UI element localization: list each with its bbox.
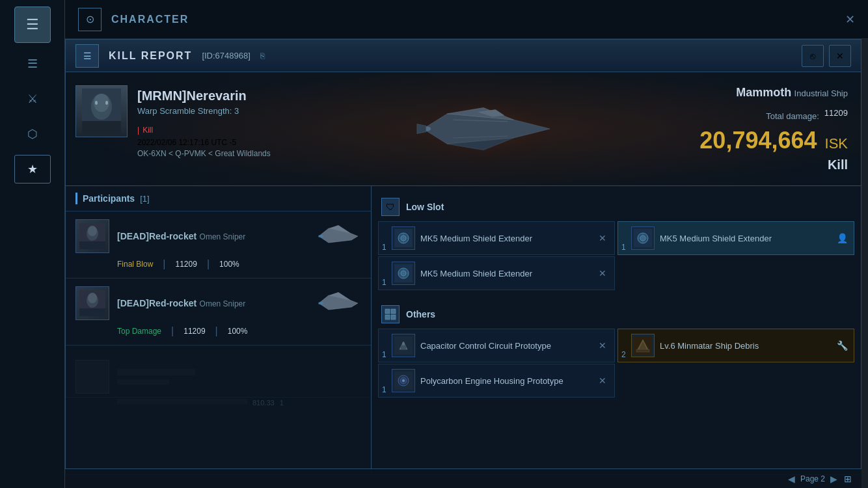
module-icon [392,369,415,392]
sidebar-item-shield[interactable]: ⬡ [14,120,51,148]
outer-close-button[interactable]: ✕ [845,12,855,27]
export-button[interactable]: ⎋ [802,45,824,67]
character-title: CHARACTER [111,14,189,25]
next-page-button[interactable]: ▶ [830,474,837,484]
player-name: [MRMN]Nerevarin [137,88,271,103]
stat-percent: 100% [228,327,248,336]
participants-title: Participants [83,193,135,204]
module-action-wrench[interactable]: 🔧 [835,339,848,352]
sword-icon: ⚔ [27,92,38,106]
participant-info: [DEAD]Red-rocket Omen Sniper [117,230,308,242]
module-icon [631,226,655,250]
participant-ship-icon [316,222,361,251]
low-slot-title: Low Slot [406,202,444,212]
player-sub: Warp Scramble Strength: 3 [137,106,271,116]
module-qty: 1 [382,278,387,287]
participant-stats: Top Damage | 11209 | 100% [75,325,361,337]
svg-rect-45 [385,309,390,314]
module-icon [392,334,415,357]
svg-point-28 [318,302,323,305]
ship-class: Industrial Ship [794,88,848,98]
module-close-button[interactable]: ✕ [596,232,609,245]
participant-avatar [75,286,109,320]
low-slot-grid: 1 MK5 Medium Shield Extende [372,221,861,290]
stat-sep: | [171,325,174,337]
page-label: Page 2 [800,474,825,483]
window-close-button[interactable]: ✕ [829,45,851,67]
participant-info: [DEAD]Red-rocket Omen Sniper [117,297,308,309]
module-qty: 1 [382,350,387,359]
participants-count: [1] [140,194,149,204]
header-bar [75,193,77,204]
hamburger-icon: ☰ [83,51,92,61]
participant-ship-icon [316,289,361,318]
svg-rect-55 [636,349,649,352]
svg-point-4 [95,101,98,105]
filter-button[interactable]: ⊞ [844,474,852,484]
shield-module-icon: 🛡 [386,202,395,212]
participant-list: [DEAD]Red-rocket Omen Sniper Fin [66,211,371,474]
module-name: MK5 Medium Shield Extender [420,269,591,278]
kill-label: Kill [828,157,848,172]
isk-label: ISK [825,135,848,152]
stat-label-top: Top Damage [117,327,161,336]
module-icon [392,226,415,250]
others-section: Others 1 [372,300,861,398]
stat-damage: 11209 [176,260,197,269]
participant-top: [DEAD]Red-rocket Omen Sniper [75,286,361,320]
menu-icon: ☰ [27,57,38,71]
damage-value: 11209 [824,108,848,118]
svg-point-21 [318,235,323,237]
kill-report-window: ☰ KILL REPORT [ID:6748968] ⎘ ⎋ ✕ [65,39,861,475]
module-icon [631,334,655,357]
sidebar: ☰ ☰ ⚔ ⬡ ★ [0,0,65,488]
svg-point-51 [402,342,405,345]
kill-badge: Kill [137,126,271,135]
participant-item: [DEAD]Red-rocket Omen Sniper Fin [66,211,371,278]
kill-header: [MRMN]Nerevarin Warp Scramble Strength: … [66,72,861,186]
participant-top: [DEAD]Red-rocket Omen Sniper [75,219,361,253]
prev-page-button[interactable]: ◀ [788,474,795,484]
module-item: 1 MK5 Medium Shield Extende [378,256,615,290]
module-row-pair: 1 MK5 Medium Shield Extende [378,221,854,255]
module-item: 1 Capacitor Control Circuit Prototype [378,329,615,362]
module-name: MK5 Medium Shield Extender [660,234,830,243]
svg-point-17 [88,226,97,236]
star-icon: ★ [27,162,38,176]
stat-label-final: Final Blow [117,260,153,269]
copy-id-icon[interactable]: ⎘ [260,51,265,61]
module-close-button[interactable]: ✕ [596,267,609,280]
module-action-person[interactable]: 👤 [835,232,848,245]
others-title: Others [406,309,435,319]
svg-rect-25 [79,308,105,316]
header-player-info: [MRMN]Nerevarin Warp Scramble Strength: … [137,85,271,158]
module-item-highlighted: 1 MK5 Medium Shield Extende [617,221,854,255]
sidebar-item-menu[interactable]: ☰ [14,49,51,78]
sidebar-menu-button[interactable]: ☰ [14,7,51,43]
isk-value: 20,794,664 [699,127,817,154]
header-right-stats: Mammoth Industrial Ship Total damage: 11… [686,72,861,185]
participant-item: [DEAD]Red-rocket Omen Sniper Top [66,278,371,346]
module-close-button[interactable]: ✕ [596,339,609,352]
avatar-image [76,86,127,137]
export-icon: ⎋ [810,51,815,61]
svg-rect-18 [79,241,105,249]
module-close-button[interactable]: ✕ [596,374,609,387]
svg-point-24 [88,293,97,303]
window-menu-button[interactable]: ☰ [75,44,99,68]
svg-rect-46 [391,309,396,314]
sidebar-item-combat[interactable]: ⚔ [14,85,51,113]
kill-badge-label: Kill [142,126,153,135]
sidebar-item-star[interactable]: ★ [14,155,51,183]
others-header: Others [372,300,861,329]
participants-header: Participants [1] [66,186,371,211]
module-row-pair: 1 Polycarbon Engine Housing Prototype [378,364,854,398]
low-slot-section: 🛡 Low Slot 1 [372,193,861,290]
window-id: [ID:6748968] [202,51,250,61]
content-area: Participants [1] [66,186,861,474]
others-icon [381,305,400,323]
module-qty: 1 [382,385,387,394]
window-title: KILL REPORT [109,50,192,62]
stat-damage: 11209 [183,327,205,336]
kill-time: 2022/02/06 12:17:16 UTC -5 [137,138,271,147]
